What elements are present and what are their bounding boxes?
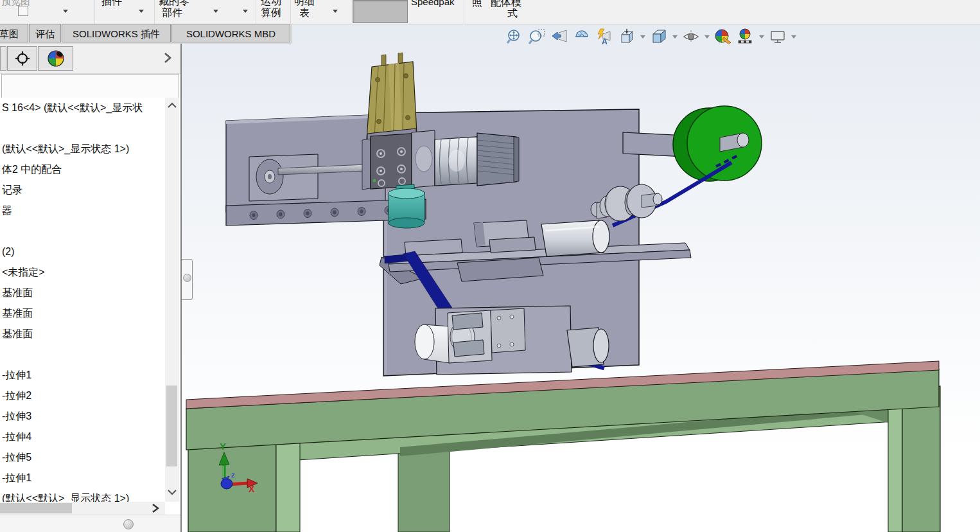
- panel-tab-sliver[interactable]: [0, 46, 6, 71]
- panel-flyout-arrow-icon[interactable]: [162, 51, 173, 64]
- ribbon-toolbar: 预览图 插件 藏的零 部件 运动 算例 明细 表 Speedpak 照 配体模 …: [0, 0, 980, 24]
- tree-item[interactable]: [0, 118, 165, 139]
- motion-study-label-line2[interactable]: 算例: [261, 6, 281, 20]
- tree-item-mates-in-assembly[interactable]: 体2 中的配合: [0, 159, 165, 180]
- apply-scene-caret[interactable]: [759, 35, 764, 39]
- feature-tree: S 16<4> (默认<<默认>_显示状 (默认<<默认>_显示状态 1>) 体…: [0, 98, 165, 502]
- tree-item-extrude1b[interactable]: -拉伸1: [0, 468, 165, 488]
- z-axis-arrow: [221, 479, 232, 489]
- y-axis-label: Y: [220, 441, 226, 452]
- tree-item-plane-top[interactable]: 基准面: [0, 303, 165, 324]
- tree-item-extrude5[interactable]: -拉伸5: [0, 447, 165, 468]
- tab-evaluate[interactable]: 评估: [29, 24, 61, 42]
- panel-bottom-splitter[interactable]: [0, 515, 180, 532]
- feed-cylinder[interactable]: [541, 220, 609, 256]
- tree-filter-box[interactable]: [1, 74, 179, 98]
- tab-sketch[interactable]: 草图: [0, 24, 28, 42]
- tree-vertical-scrollbar[interactable]: [165, 98, 179, 502]
- z-axis-label: Z: [231, 472, 235, 479]
- tab-solidworks-mbd[interactable]: SOLIDWORKS MBD: [171, 24, 290, 42]
- brass-pneumatic-cylinder[interactable]: [367, 53, 417, 147]
- large-assembly-label-line2[interactable]: 式: [507, 7, 518, 21]
- tree-item-history[interactable]: 记录: [0, 180, 165, 200]
- appearance-sphere-icon: [48, 50, 64, 67]
- assembly-features-caret[interactable]: [243, 10, 248, 13]
- spool-hub-pin: [737, 133, 749, 147]
- pressed-ribbon-button[interactable]: [353, 0, 408, 23]
- tree-item-top-assembly[interactable]: S 16<4> (默认<<默认>_显示状: [0, 98, 165, 118]
- scroll-up-icon[interactable]: [167, 102, 177, 109]
- large-assembly-icon-glyph[interactable]: 照: [472, 0, 482, 10]
- tree-item-extrude4[interactable]: -拉伸4: [0, 427, 165, 447]
- x-axis-label: X: [249, 484, 255, 494]
- gripper-right-cylinder: [593, 329, 609, 362]
- hidden-components-label-line2[interactable]: 部件: [162, 6, 182, 20]
- display-style-caret[interactable]: [672, 35, 678, 39]
- components-dropdown-caret[interactable]: [139, 10, 144, 13]
- bom-dropdown-caret[interactable]: [333, 10, 338, 13]
- tree-item-display-state[interactable]: (默认<<默认>_显示状态 1>): [0, 139, 165, 159]
- speedpak-button[interactable]: Speedpak: [411, 0, 455, 7]
- base-table[interactable]: [186, 361, 940, 532]
- preview-checkbox[interactable]: [18, 6, 28, 16]
- tree-item-annotations[interactable]: (2): [0, 242, 165, 262]
- tree-item[interactable]: [0, 344, 165, 365]
- vertical-scroll-thumb[interactable]: [166, 386, 177, 466]
- tree-item-sensors[interactable]: 器: [0, 200, 165, 221]
- components-group-label[interactable]: 插件: [101, 0, 122, 8]
- preview-dropdown-caret[interactable]: [63, 10, 68, 13]
- tree-item[interactable]: [0, 221, 165, 242]
- carriage-motor-assembly[interactable]: [362, 130, 519, 190]
- assembly-3d-model[interactable]: Y X Z: [182, 44, 980, 532]
- horizontal-scroll-thumb[interactable]: [0, 503, 72, 513]
- view-settings-caret[interactable]: [791, 35, 796, 39]
- checkerboard: [739, 40, 751, 43]
- tab-featuremanager-tree[interactable]: [7, 46, 37, 71]
- tree-item-display-state-2[interactable]: (默认<<默认>_显示状态 1>): [0, 488, 165, 502]
- tree-item-extrude1[interactable]: -拉伸1: [0, 365, 165, 386]
- command-tab-bar: 草图 评估 SOLIDWORKS 插件 SOLIDWORKS MBD: [0, 24, 292, 44]
- scroll-down-icon[interactable]: [167, 488, 177, 496]
- tab-solidworks-addins[interactable]: SOLIDWORKS 插件: [62, 24, 171, 42]
- tree-item-material[interactable]: <未指定>: [0, 262, 165, 283]
- tab-display-manager[interactable]: [38, 46, 73, 71]
- panel-tab-bar: [0, 44, 180, 74]
- bom-label-line2[interactable]: 表: [299, 6, 310, 20]
- view-orientation-caret[interactable]: [640, 35, 645, 39]
- gripper-white-cylinder: [415, 324, 434, 359]
- hide-show-items-caret[interactable]: [704, 35, 710, 39]
- tree-item-plane-right[interactable]: 基准面: [0, 324, 165, 344]
- feature-manager-panel: S 16<4> (默认<<默认>_显示状 (默认<<默认>_显示状态 1>) 体…: [0, 44, 182, 532]
- tree-item-plane-front[interactable]: 基准面: [0, 283, 165, 303]
- splitter-knob[interactable]: [123, 519, 134, 529]
- hidden-components-caret[interactable]: [213, 10, 218, 13]
- tree-item-extrude2[interactable]: -拉伸2: [0, 386, 165, 406]
- scroll-right-icon[interactable]: [150, 503, 161, 513]
- tree-horizontal-scrollbar[interactable]: [0, 502, 165, 515]
- tree-item-extrude3[interactable]: -拉伸3: [0, 406, 165, 427]
- teal-roller[interactable]: [389, 184, 424, 228]
- crosshair-icon: [15, 51, 30, 66]
